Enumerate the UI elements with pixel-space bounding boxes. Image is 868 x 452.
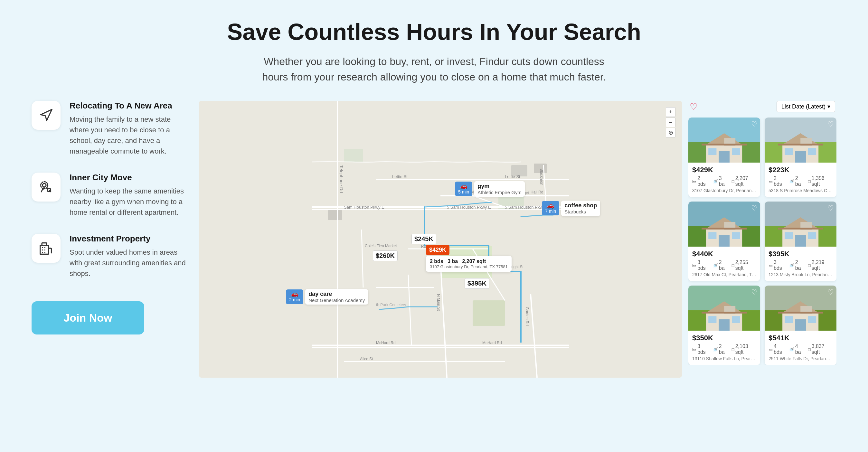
map-container[interactable]: Telephone Rd Sam Houston Pkwy E 5 Sam Ho… [199, 101, 682, 378]
svg-rect-97 [778, 312, 823, 314]
svg-rect-94 [785, 316, 793, 323]
svg-text:5 Sam Houston Pkwy E: 5 Sam Houston Pkwy E [447, 205, 491, 209]
svg-rect-65 [795, 151, 806, 163]
listing-card-4[interactable]: ♡ $350K 🛏3 bds 🚿2 ba □2,103 sqft 13110 S… [688, 286, 760, 365]
bed-count-4: 🛏3 bds [692, 344, 709, 355]
zoom-in-button[interactable]: + [666, 107, 676, 117]
bed-count-5: 🛏4 bds [769, 344, 785, 355]
chevron-down-icon: ▾ [828, 103, 830, 110]
listing-info-1: $223K 🛏2 bds 🚿2 ba □1,356 sqft 5318 S Pr… [765, 163, 836, 197]
listing-card-3[interactable]: ♡ $395K 🛏3 bds 🚿2 ba □2,219 sqft 1213 Mi… [765, 201, 836, 281]
listing-heart-5[interactable]: ♡ [828, 288, 834, 296]
map-background: Telephone Rd Sam Houston Pkwy E 5 Sam Ho… [199, 101, 682, 378]
listing-address-0: 3107 Glastonbury Dr, Pearland, TX 77581 [692, 188, 756, 193]
page-wrapper: Save Countless Hours In Your Search Whet… [0, 0, 868, 452]
reset-bearing-button[interactable]: ⊕ [666, 128, 676, 137]
bath-count-2: 🚿2 ba [713, 259, 728, 271]
listing-info-3: $395K 🛏3 bds 🚿2 ba □2,219 sqft 1213 Mist… [765, 247, 836, 281]
svg-text:Alice St: Alice St [360, 357, 373, 361]
listing-price-2: $440K [692, 250, 756, 258]
bath-count-4: 🚿2 ba [713, 344, 728, 355]
listing-address-1: 5318 S Primrose Meadows Cir, Pearland, T… [769, 188, 833, 193]
svg-rect-72 [719, 235, 730, 247]
listing-image-3: ♡ [765, 201, 836, 247]
svg-text:N Main St: N Main St [436, 294, 441, 311]
svg-rect-11 [312, 101, 569, 378]
sqft-2: □2,255 sqft [732, 259, 756, 271]
listing-heart-1[interactable]: ♡ [828, 120, 834, 128]
svg-rect-69 [778, 143, 823, 146]
svg-marker-0 [41, 109, 52, 121]
listing-address-4: 13110 Shallow Falls Ln, Pearland, TX 775… [692, 356, 756, 361]
bath-count-1: 🚿2 ba [789, 175, 804, 187]
coffee-amenity-marker: 🚗 7 min coffee shop Starbucks [542, 200, 600, 216]
header-section: Save Countless Hours In Your Search Whet… [227, 19, 641, 85]
price-label-260k[interactable]: $260K [373, 251, 398, 261]
listing-image-0: ♡ [688, 118, 760, 163]
price-label-245k[interactable]: $245K [411, 234, 436, 244]
svg-text:Telephone Rd: Telephone Rd [339, 165, 344, 193]
svg-rect-62 [702, 143, 747, 146]
listing-price-5: $541K [769, 334, 833, 342]
svg-rect-73 [708, 232, 716, 239]
listing-address-3: 1213 Misty Brook Ln, Pearland, TX 77581 [769, 272, 833, 277]
svg-rect-13 [473, 300, 505, 326]
svg-rect-4 [40, 245, 49, 254]
svg-text:Blackmon: Blackmon [539, 168, 544, 186]
join-now-button[interactable]: Join Now [32, 301, 144, 334]
feature-inner-city-title: Inner City Move [69, 172, 186, 183]
zoom-out-button[interactable]: − [666, 118, 676, 127]
listing-image-4: ♡ [688, 286, 760, 331]
listing-heart-2[interactable]: ♡ [751, 204, 757, 213]
favorites-heart-icon[interactable]: ♡ [690, 101, 698, 112]
bath-count-5: 🚿4 ba [789, 344, 804, 355]
listing-image-5: ♡ [765, 286, 836, 331]
svg-text:Cole's Flea Market: Cole's Flea Market [365, 244, 397, 248]
house-svg-5 [772, 299, 829, 331]
listing-heart-3[interactable]: ♡ [828, 204, 834, 213]
inner-city-icon-wrap [32, 172, 61, 201]
page-subtitle: Whether you are looking to buy, rent, or… [257, 54, 611, 85]
listing-card-1[interactable]: ♡ $223K 🛏2 bds 🚿2 ba □1,356 sqft 5318 S … [765, 118, 836, 197]
listing-heart-0[interactable]: ♡ [751, 120, 757, 128]
listing-beds-5: 🛏4 bds 🚿4 ba □3,837 sqft [769, 344, 833, 355]
feature-relocating-text: Relocating To A New Area Moving the fami… [69, 101, 186, 157]
svg-text:Garden Rd: Garden Rd [525, 307, 529, 326]
bath-count-3: 🚿2 ba [789, 259, 804, 271]
feature-inner-city-desc: Wanting to keep the same amenities nearb… [69, 186, 186, 218]
svg-rect-95 [808, 316, 816, 323]
page-title: Save Countless Hours In Your Search [227, 19, 641, 45]
price-label-395k[interactable]: $395K [465, 278, 489, 289]
svg-rect-90 [702, 312, 747, 314]
listing-price-0: $429K [692, 166, 756, 174]
listing-card-2[interactable]: ♡ $440K 🛏3 bds 🚿2 ba □2,255 sqft 2617 Ol… [688, 201, 760, 281]
svg-rect-88 [732, 316, 740, 323]
listing-price-4: $350K [692, 334, 756, 342]
bed-count-1: 🛏2 bds [769, 175, 785, 187]
investment-icon-wrap [32, 234, 61, 263]
building-search-icon [39, 241, 53, 255]
svg-rect-15 [344, 149, 363, 162]
listing-image-1: ♡ [765, 118, 836, 163]
listing-beds-0: 🛏2 bds 🚿3 ba □2,207 sqft [692, 175, 756, 187]
feature-investment: Investment Property Spot under valued ho… [32, 234, 186, 279]
listing-heart-4[interactable]: ♡ [751, 288, 757, 296]
active-listing-popup[interactable]: $429K 2 bds 3 ba 2,207 sqft 3107 Glaston… [426, 245, 512, 272]
sqft-0: □2,207 sqft [732, 175, 756, 187]
listing-beds-4: 🛏3 bds 🚿2 ba □2,103 sqft [692, 344, 756, 355]
sort-dropdown[interactable]: List Date (Latest) ▾ [777, 101, 835, 112]
listings-header: ♡ List Date (Latest) ▾ [688, 101, 836, 112]
listing-card-5[interactable]: ♡ $541K 🛏4 bds 🚿4 ba □3,837 sqft 2511 Wh… [765, 286, 836, 365]
sqft-3: □2,219 sqft [808, 259, 833, 271]
listing-address-5: 2511 White Falls Dr, Pearland, TX 77584 [769, 356, 833, 361]
navigation-icon [39, 108, 53, 122]
svg-rect-59 [708, 148, 716, 155]
svg-rect-86 [719, 319, 730, 331]
house-svg-2 [695, 215, 753, 247]
listing-card-0[interactable]: ♡ $429K 🛏2 bds 🚿3 ba □2,207 sqft 3107 Gl… [688, 118, 760, 197]
listing-address-2: 2617 Old Max Ct, Pearland, TX 77581 [692, 272, 756, 277]
listings-panel: ♡ List Date (Latest) ▾ ♡ $4 [682, 101, 836, 378]
bath-count-0: 🚿3 ba [713, 175, 728, 187]
listing-image-2: ♡ [688, 201, 760, 247]
svg-rect-80 [785, 232, 793, 239]
